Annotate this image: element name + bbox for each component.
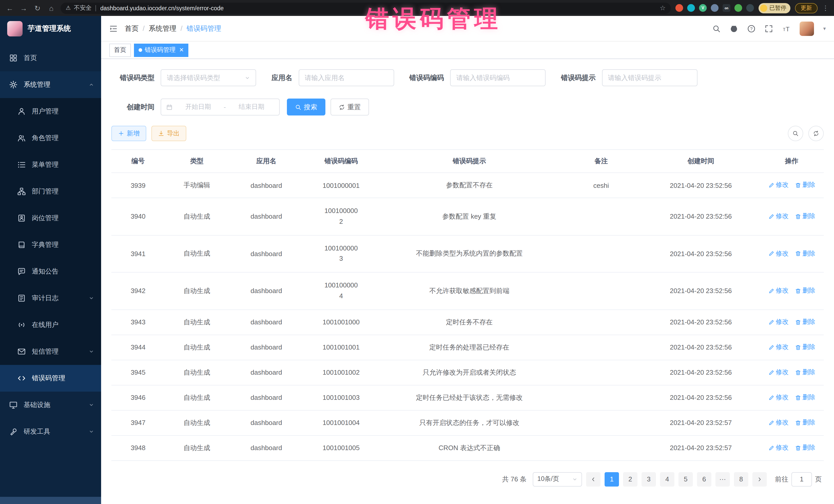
sidebar-item-audit-log[interactable]: 审计日志 bbox=[0, 285, 101, 311]
edit-link[interactable]: 修改 bbox=[768, 343, 789, 352]
update-button[interactable]: 更新 bbox=[795, 3, 817, 13]
error-hint-input[interactable] bbox=[602, 69, 697, 86]
breadcrumb-current: 错误码管理 bbox=[186, 24, 221, 33]
prev-page-button[interactable] bbox=[586, 472, 600, 486]
refresh-table-button[interactable] bbox=[808, 126, 824, 141]
delete-link[interactable]: 删除 bbox=[795, 368, 815, 377]
tab-error-code[interactable]: 错误码管理 ✕ bbox=[134, 43, 188, 57]
filter-label-hint: 错误码提示 bbox=[561, 73, 596, 82]
sidebar-fold-icon[interactable] bbox=[109, 24, 117, 32]
page-button-4[interactable]: 4 bbox=[660, 472, 674, 486]
edit-link[interactable]: 修改 bbox=[768, 212, 789, 221]
chevron-left-icon bbox=[591, 477, 596, 482]
sidebar-item-dict-mgmt[interactable]: 字典管理 bbox=[0, 232, 101, 258]
sidebar-item-system[interactable]: 系统管理 bbox=[0, 71, 101, 98]
sidebar-item-infrastructure[interactable]: 基础设施 bbox=[0, 392, 101, 418]
app-logo[interactable]: 芋道管理系统 bbox=[0, 16, 101, 42]
error-code-input[interactable] bbox=[450, 69, 546, 86]
page-button-8[interactable]: 8 bbox=[734, 472, 748, 486]
sidebar-item-post-mgmt[interactable]: 岗位管理 bbox=[0, 205, 101, 232]
delete-link[interactable]: 删除 bbox=[795, 318, 815, 326]
edit-link[interactable]: 修改 bbox=[768, 249, 789, 258]
edit-link[interactable]: 修改 bbox=[768, 443, 789, 452]
sidebar-item-menu-mgmt[interactable]: 菜单管理 bbox=[0, 151, 101, 178]
github-icon[interactable] bbox=[730, 24, 738, 32]
sidebar-item-notice[interactable]: 通知公告 bbox=[0, 258, 101, 285]
edit-link[interactable]: 修改 bbox=[768, 393, 789, 402]
sidebar-item-error-code[interactable]: 错误码管理 bbox=[0, 365, 101, 392]
edit-link[interactable]: 修改 bbox=[768, 368, 789, 377]
goto-page-input[interactable] bbox=[791, 472, 812, 486]
user-avatar[interactable] bbox=[799, 21, 814, 36]
app-name-input[interactable] bbox=[299, 69, 394, 86]
delete-link[interactable]: 删除 bbox=[795, 343, 815, 352]
tab-close-icon[interactable]: ✕ bbox=[179, 47, 184, 53]
edit-link[interactable]: 修改 bbox=[768, 318, 789, 326]
search-button[interactable]: 搜索 bbox=[287, 98, 325, 115]
delete-link[interactable]: 删除 bbox=[795, 212, 815, 221]
home-icon[interactable]: ⌂ bbox=[47, 4, 56, 12]
delete-link[interactable]: 删除 bbox=[795, 249, 815, 258]
vue-devtools-icon[interactable]: V bbox=[699, 4, 707, 12]
address-bar[interactable]: ⚠ 不安全 dashboard.yudao.iocoder.cn/system/… bbox=[61, 2, 671, 14]
add-button[interactable]: 新增 bbox=[111, 126, 146, 141]
browser-menu-icon[interactable]: ⋮ bbox=[822, 4, 829, 12]
fullscreen-icon[interactable] bbox=[765, 24, 773, 32]
edit-link[interactable]: 修改 bbox=[768, 418, 789, 427]
calendar-icon bbox=[166, 104, 172, 110]
sidebar-item-dept-mgmt[interactable]: 部门管理 bbox=[0, 178, 101, 205]
search-icon[interactable] bbox=[712, 24, 721, 32]
forward-icon[interactable]: → bbox=[19, 4, 28, 12]
paused-badge[interactable]: 已暂停 bbox=[759, 3, 790, 13]
sidebar-item-home[interactable]: 首页 bbox=[0, 45, 101, 71]
bookmark-star-icon[interactable]: ☆ bbox=[660, 4, 666, 12]
sidebar-item-user-mgmt[interactable]: 用户管理 bbox=[0, 98, 101, 125]
page-button-1[interactable]: 1 bbox=[605, 472, 619, 486]
sidebar-collapse-bar[interactable] bbox=[0, 497, 101, 504]
extension-icon[interactable]: on bbox=[723, 4, 730, 12]
back-icon[interactable]: ← bbox=[5, 4, 14, 12]
sidebar-item-sms-mgmt[interactable]: 短信管理 bbox=[0, 338, 101, 365]
edit-link[interactable]: 修改 bbox=[768, 286, 789, 295]
tab-home[interactable]: 首页 bbox=[109, 43, 131, 57]
create-time-range-picker[interactable]: 开始日期 - 结束日期 bbox=[161, 98, 280, 115]
font-size-icon[interactable] bbox=[782, 24, 790, 32]
breadcrumb-system[interactable]: 系统管理 bbox=[149, 24, 177, 33]
delete-link[interactable]: 删除 bbox=[795, 418, 815, 427]
extension-icon[interactable] bbox=[711, 4, 719, 12]
export-button[interactable]: 导出 bbox=[151, 126, 186, 141]
extension-icon[interactable] bbox=[687, 4, 695, 12]
more-pages-button[interactable]: ··· bbox=[716, 472, 730, 486]
sidebar-item-role-mgmt[interactable]: 角色管理 bbox=[0, 125, 101, 151]
edit-link[interactable]: 修改 bbox=[768, 181, 789, 190]
sidebar-item-online-users[interactable]: 在线用户 bbox=[0, 311, 101, 338]
page-button-6[interactable]: 6 bbox=[697, 472, 711, 486]
toggle-search-button[interactable] bbox=[788, 126, 803, 141]
page-button-5[interactable]: 5 bbox=[679, 472, 693, 486]
page-button-2[interactable]: 2 bbox=[623, 472, 637, 486]
book-icon bbox=[18, 241, 26, 249]
delete-link[interactable]: 删除 bbox=[795, 443, 815, 452]
sidebar-item-dev-tools[interactable]: 研发工具 bbox=[0, 418, 101, 445]
header-bar: 首页 / 系统管理 / 错误码管理 ▾ bbox=[101, 16, 834, 42]
delete-link[interactable]: 删除 bbox=[795, 286, 815, 295]
delete-link[interactable]: 删除 bbox=[795, 393, 815, 402]
chevron-down-icon[interactable]: ▾ bbox=[823, 26, 826, 31]
delete-link[interactable]: 删除 bbox=[795, 181, 815, 190]
col-id: 编号 bbox=[111, 150, 165, 173]
reset-button[interactable]: 重置 bbox=[331, 98, 369, 115]
extension-icon[interactable] bbox=[675, 4, 683, 12]
header-actions: ▾ bbox=[712, 21, 826, 36]
app-title: 芋道管理系统 bbox=[28, 24, 71, 34]
page-button-3[interactable]: 3 bbox=[641, 472, 656, 486]
next-page-button[interactable] bbox=[752, 472, 767, 486]
id-badge-icon bbox=[18, 214, 26, 222]
message-icon bbox=[18, 348, 26, 356]
breadcrumb-home[interactable]: 首页 bbox=[125, 24, 138, 33]
reload-icon[interactable]: ↻ bbox=[33, 4, 42, 12]
extension-icon[interactable] bbox=[734, 4, 742, 12]
error-type-select[interactable]: 请选择错误码类型 bbox=[161, 69, 256, 86]
page-size-select[interactable]: 10条/页 bbox=[533, 472, 582, 486]
pin-extension-icon[interactable] bbox=[746, 4, 754, 12]
help-icon[interactable] bbox=[747, 24, 755, 32]
